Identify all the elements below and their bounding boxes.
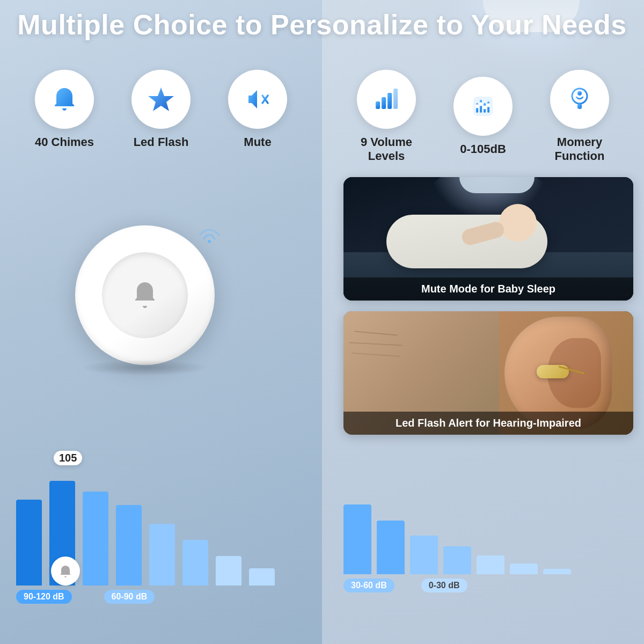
doorbell-inner xyxy=(102,252,188,338)
r-bar-7 xyxy=(543,569,571,574)
db-circle xyxy=(453,77,513,136)
r-bar-3 xyxy=(410,536,438,574)
svg-point-16 xyxy=(572,89,587,104)
r-bar-5 xyxy=(477,555,504,574)
eq-icon xyxy=(469,92,497,120)
baby-scene: Mute Mode for Baby Sleep xyxy=(343,177,633,301)
mute-label: Mute xyxy=(244,135,271,149)
bar-4 xyxy=(116,505,142,586)
svg-marker-0 xyxy=(148,87,174,111)
bar-3 xyxy=(83,492,108,586)
bell-icon xyxy=(50,85,79,114)
feature-memory: Momery Function xyxy=(550,70,609,163)
r-bar-6 xyxy=(510,564,538,574)
volume-badge: 105 xyxy=(54,451,82,465)
label-90-120: 90-120 dB xyxy=(16,590,72,604)
chimes-circle xyxy=(35,70,94,129)
star-icon xyxy=(146,84,176,114)
doorbell-small-icon xyxy=(51,557,80,586)
chimes-label: 40 Chimes xyxy=(35,135,94,149)
svg-point-15 xyxy=(487,104,491,107)
svg-point-14 xyxy=(483,106,487,109)
volume-label: 9 Volume Levels xyxy=(361,135,412,163)
bar-1 xyxy=(16,500,42,586)
ear-card: Led Flash Alert for Hearing-Impaired xyxy=(343,311,633,435)
bar-6 xyxy=(182,540,208,586)
doorbell-shadow xyxy=(80,360,209,376)
svg-rect-5 xyxy=(387,93,392,109)
svg-point-12 xyxy=(475,105,479,108)
r-bar-1 xyxy=(343,504,371,574)
main-container: Multiple Choice to Personalize to Your N… xyxy=(0,0,644,644)
volume-badge-area: 105 xyxy=(54,451,311,465)
svg-rect-6 xyxy=(393,89,398,109)
bar-7 xyxy=(216,556,241,586)
svg-point-19 xyxy=(208,240,211,243)
page-title: Multiple Choice to Personalize to Your N… xyxy=(0,10,644,40)
features-right: 9 Volume Levels xyxy=(322,70,644,163)
r-bar-4 xyxy=(443,546,471,574)
baby-caption: Mute Mode for Baby Sleep xyxy=(343,277,633,301)
bell-center-icon xyxy=(128,278,162,312)
bar-chart-right: 30-60 dB 0-30 dB xyxy=(338,483,639,601)
mute-icon xyxy=(243,85,272,114)
doorbell-device xyxy=(75,225,215,365)
svg-rect-3 xyxy=(376,101,380,109)
svg-point-13 xyxy=(479,103,483,106)
feature-chimes: 40 Chimes xyxy=(35,70,94,149)
svg-rect-9 xyxy=(480,100,482,113)
feature-led: Led Flash xyxy=(131,70,191,149)
bars-container-right xyxy=(338,483,639,574)
db-label: 0-105dB xyxy=(460,142,506,156)
led-circle xyxy=(131,70,191,129)
memory-circle xyxy=(550,70,609,129)
feature-volume: 9 Volume Levels xyxy=(357,70,416,163)
label-30-60: 30-60 dB xyxy=(343,579,394,592)
label-60-90: 60-90 dB xyxy=(104,590,155,604)
svg-rect-4 xyxy=(382,97,386,109)
doorbell-area xyxy=(16,182,274,408)
r-bar-2 xyxy=(377,521,405,574)
chart-labels-left: 90-120 dB 60-90 dB xyxy=(11,590,311,604)
chart-labels-right: 30-60 dB 0-30 dB xyxy=(338,579,639,592)
baby-card: Mute Mode for Baby Sleep xyxy=(343,177,633,301)
bars-icon xyxy=(372,85,400,113)
bar-chart-left: 105 90-120 dB 60-90 dB xyxy=(11,451,311,601)
header: Multiple Choice to Personalize to Your N… xyxy=(0,10,644,40)
bar-5 xyxy=(149,524,175,586)
svg-point-17 xyxy=(577,91,582,96)
mute-circle xyxy=(228,70,287,129)
wifi-signal xyxy=(193,220,225,249)
memory-label: Momery Function xyxy=(555,135,605,163)
led-label: Led Flash xyxy=(134,135,189,149)
feature-mute: Mute xyxy=(228,70,287,149)
feature-db: 0-105dB xyxy=(453,77,513,156)
ear-caption: Led Flash Alert for Hearing-Impaired xyxy=(343,412,633,435)
head-icon xyxy=(566,85,594,113)
label-0-30: 0-30 dB xyxy=(421,579,467,592)
volume-circle xyxy=(357,70,416,129)
bars-and-bell xyxy=(11,467,311,586)
right-images: Mute Mode for Baby Sleep xyxy=(343,177,633,435)
ear-scene: Led Flash Alert for Hearing-Impaired xyxy=(343,311,633,435)
bar-8 xyxy=(249,568,275,586)
features-left: 40 Chimes Led Flash xyxy=(0,70,322,149)
